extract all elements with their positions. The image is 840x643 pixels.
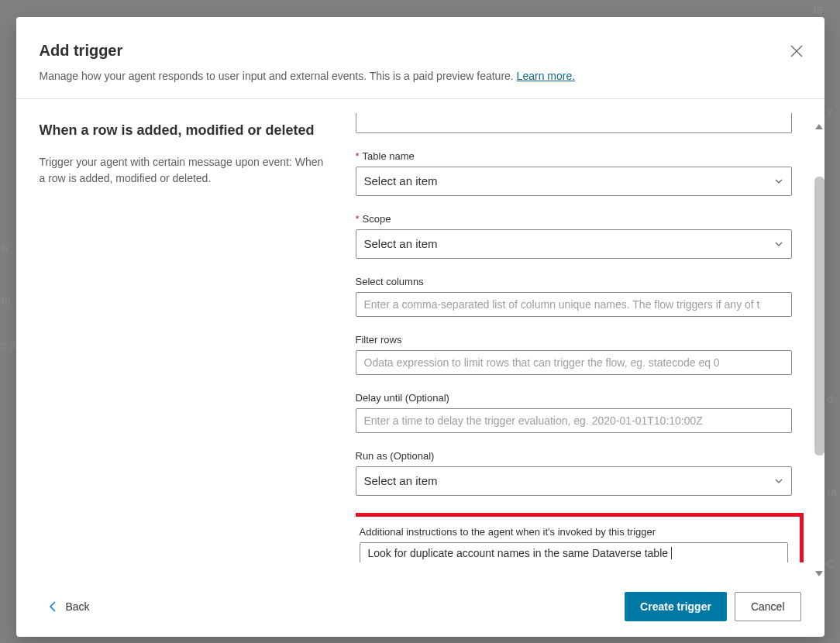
close-icon [790,45,803,57]
select-columns-label: Select columns [356,276,792,287]
scope-value: Select an item [364,237,438,250]
delay-until-group: Delay until (Optional) [356,392,792,433]
text-cursor [668,547,672,559]
modal-body: When a row is added, modified or deleted… [16,99,825,576]
table-name-value: Select an item [364,174,438,187]
table-name-group: *Table name Select an item [356,150,792,196]
additional-instructions-label: Additional instructions to the agent whe… [360,526,788,538]
required-indicator: * [356,150,360,162]
scope-label: *Scope [356,213,792,225]
highlighted-instructions-box: Additional instructions to the agent whe… [356,513,804,562]
learn-more-link[interactable]: Learn more. [517,70,575,82]
form-content: *Table name Select an item *Scope [356,113,807,562]
form-scrollable-area[interactable]: *Table name Select an item *Scope [356,113,807,562]
additional-instructions-value: Look for duplicate account names in the … [368,547,669,559]
footer-actions: Create trigger Cancel [625,592,800,621]
close-button[interactable] [786,40,807,62]
modal-footer: Back Create trigger Cancel [16,576,825,637]
cancel-button[interactable]: Cancel [735,592,801,621]
add-trigger-modal: Add trigger Manage how your agent respon… [16,17,825,637]
select-columns-group: Select columns [356,276,792,317]
run-as-group: Run as (Optional) Select an item [356,450,792,496]
back-label: Back [66,600,90,613]
run-as-label: Run as (Optional) [356,450,792,462]
required-indicator: * [356,213,360,225]
scroll-up-icon[interactable] [815,124,823,129]
filter-rows-input[interactable] [356,350,792,375]
subtitle-text: Manage how your agent responds to user i… [40,70,517,82]
chevron-down-icon [774,239,783,249]
scope-label-text: Scope [363,213,391,225]
right-panel: *Table name Select an item *Scope [349,99,825,576]
modal-overlay: Add trigger Manage how your agent respon… [0,0,840,643]
additional-instructions-input[interactable]: Look for duplicate account names in the … [360,542,788,562]
run-as-select[interactable]: Select an item [356,466,792,496]
scope-select[interactable]: Select an item [356,229,792,259]
table-name-label: *Table name [356,150,792,162]
modal-title: Add trigger [40,42,801,60]
left-panel: When a row is added, modified or deleted… [16,99,349,576]
modal-header: Add trigger Manage how your agent respon… [16,17,825,99]
trigger-type-description: Trigger your agent with certain message … [40,154,326,187]
select-columns-input[interactable] [356,292,792,317]
chevron-left-icon [49,601,58,612]
back-button[interactable]: Back [40,594,99,619]
delay-until-input[interactable] [356,408,792,433]
modal-subtitle: Manage how your agent responds to user i… [40,69,801,84]
chevron-down-icon [774,476,783,486]
table-name-label-text: Table name [363,150,415,162]
scrollbar-thumb[interactable] [814,177,825,456]
chevron-down-icon [774,177,783,186]
truncated-field-top[interactable] [356,113,792,133]
scope-group: *Scope Select an item [356,213,792,259]
run-as-value: Select an item [364,474,438,487]
table-name-select[interactable]: Select an item [356,167,792,196]
scroll-down-icon[interactable] [815,571,823,576]
filter-rows-label: Filter rows [356,334,792,346]
filter-rows-group: Filter rows [356,334,792,375]
trigger-type-title: When a row is added, modified or deleted [40,122,326,139]
create-trigger-button[interactable]: Create trigger [625,592,727,621]
delay-until-label: Delay until (Optional) [356,392,792,404]
